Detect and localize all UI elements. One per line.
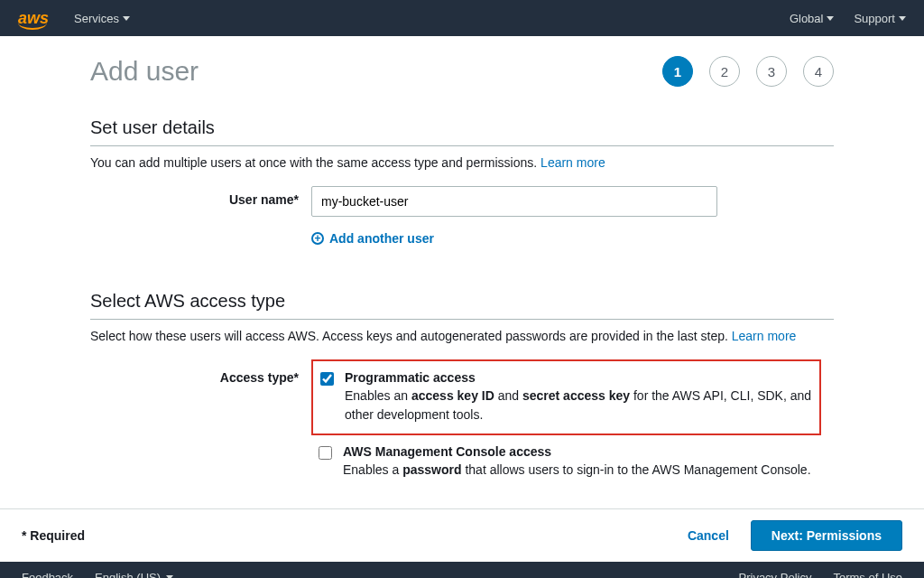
- console-checkbox[interactable]: [319, 446, 332, 460]
- wizard-steps: 1 2 3 4: [662, 56, 834, 87]
- required-note: * Required: [22, 528, 85, 543]
- username-label: User name*: [90, 186, 311, 207]
- programmatic-title: Programmatic access: [345, 370, 812, 385]
- aws-logo[interactable]: aws: [18, 9, 49, 28]
- console-desc: Enables a password that allows users to …: [343, 461, 811, 480]
- feedback-link[interactable]: Feedback: [22, 571, 73, 578]
- terms-link[interactable]: Terms of Use: [833, 571, 902, 578]
- programmatic-checkbox[interactable]: [320, 372, 334, 386]
- add-another-user-link[interactable]: + Add another user: [311, 231, 434, 246]
- services-label: Services: [74, 12, 119, 25]
- step-1[interactable]: 1: [662, 56, 693, 87]
- next-permissions-button[interactable]: Next: Permissions: [751, 520, 902, 551]
- services-menu[interactable]: Services: [74, 12, 130, 25]
- step-2[interactable]: 2: [709, 56, 740, 87]
- step-3[interactable]: 3: [756, 56, 787, 87]
- user-details-heading: Set user details: [90, 117, 834, 146]
- caret-down-icon: [899, 16, 906, 21]
- topbar: aws Services Global Support: [0, 0, 924, 36]
- caret-down-icon: [123, 16, 130, 21]
- user-details-desc: You can add multiple users at once with …: [90, 155, 834, 170]
- cancel-button[interactable]: Cancel: [688, 528, 729, 543]
- main-content: Add user 1 2 3 4 Set user details You ca…: [0, 36, 924, 508]
- access-type-row: Access type* Programmatic access Enables…: [90, 359, 834, 489]
- region-menu[interactable]: Global: [790, 12, 835, 25]
- access-type-heading: Select AWS access type: [90, 291, 834, 320]
- support-menu[interactable]: Support: [854, 12, 906, 25]
- support-label: Support: [854, 12, 895, 25]
- learn-more-link[interactable]: Learn more: [732, 329, 797, 343]
- region-label: Global: [790, 12, 824, 25]
- programmatic-desc: Enables an access key ID and secret acce…: [345, 387, 812, 424]
- title-row: Add user 1 2 3 4: [90, 56, 834, 87]
- add-another-label: Add another user: [329, 231, 434, 246]
- learn-more-link[interactable]: Learn more: [541, 155, 605, 170]
- privacy-link[interactable]: Privacy Policy: [739, 571, 812, 578]
- add-another-row: + Add another user: [90, 228, 834, 246]
- page-title: Add user: [90, 56, 662, 87]
- username-input[interactable]: [311, 186, 717, 217]
- caret-down-icon: [827, 16, 834, 21]
- access-type-desc: Select how these users will access AWS. …: [90, 329, 834, 343]
- step-4[interactable]: 4: [803, 56, 834, 87]
- plus-circle-icon: +: [311, 232, 324, 245]
- access-option-programmatic: Programmatic access Enables an access ke…: [311, 359, 821, 435]
- console-title: AWS Management Console access: [343, 444, 811, 459]
- access-type-label: Access type*: [90, 359, 311, 385]
- bottom-bar: * Required Cancel Next: Permissions: [0, 508, 924, 562]
- footer: Feedback English (US) Privacy Policy Ter…: [0, 562, 924, 578]
- access-option-console: AWS Management Console access Enables a …: [311, 435, 821, 489]
- username-row: User name*: [90, 186, 834, 217]
- language-menu[interactable]: English (US): [95, 571, 173, 578]
